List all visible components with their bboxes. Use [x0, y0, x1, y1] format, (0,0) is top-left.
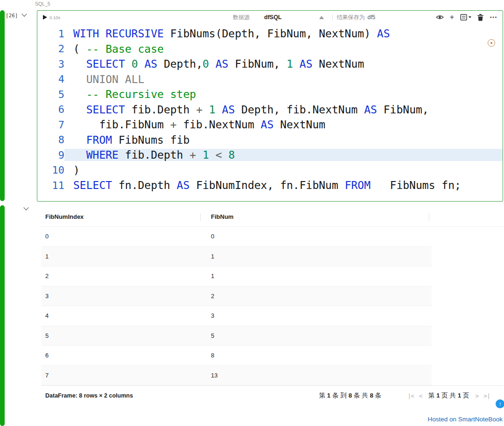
delete-cell-button[interactable] [477, 14, 483, 21]
code-line[interactable]: 10) [37, 163, 503, 178]
table-body: 00112132435568713 [41, 227, 503, 385]
cell-active-bar [0, 10, 5, 201]
ellipsis-icon: ⋯ [490, 14, 497, 21]
toolbar-divider [332, 14, 333, 21]
table-footer: DataFrame: 8 rows × 2 columns 第 1 条 到 8 … [41, 385, 503, 405]
table-row: 32 [41, 286, 432, 307]
code-line[interactable]: 1WITH RECURSIVE FibNums(Depth, FibNum, N… [37, 26, 503, 42]
line-number: 9 [37, 149, 64, 161]
table-header-row: FibNumIndex FibNum [41, 207, 503, 227]
line-number: 2 [37, 43, 64, 55]
table-row: 00 [41, 227, 432, 247]
table-row: 713 [41, 366, 432, 386]
collapse-cell-chevron-icon[interactable] [21, 11, 27, 16]
table-row: 43 [41, 306, 432, 326]
add-cell-button[interactable]: + [450, 14, 454, 21]
cell-fibnumindex: 2 [41, 272, 201, 279]
eye-icon [436, 14, 444, 20]
output-active-bar [0, 205, 5, 426]
code-line[interactable]: 8 FROM FibNums fib [37, 133, 503, 148]
dataframe-summary: DataFrame: 8 rows × 2 columns [45, 392, 133, 399]
first-page-button[interactable]: |< [407, 392, 414, 399]
dataset-icon [460, 14, 467, 21]
table-row: 68 [41, 346, 432, 366]
line-number: 3 [37, 58, 64, 70]
datasource-label: 数据源 [233, 14, 250, 21]
code-text: UNION ALL [64, 73, 503, 85]
toolbar-actions: + ⋯ [436, 14, 497, 21]
line-number: 10 [37, 164, 64, 176]
code-editor[interactable]: 1WITH RECURSIVE FibNums(Depth, FibNum, N… [37, 24, 503, 193]
engine-selector[interactable]: dfSQL [264, 14, 282, 21]
code-line[interactable]: 5 -- Recursive step [37, 87, 503, 102]
code-line[interactable]: 3 SELECT 0 AS Depth,0 AS FibNum, 1 AS Ne… [37, 56, 503, 72]
cell-fibnumindex: 7 [41, 372, 201, 379]
cell-tab-label: SQL_5 [35, 1, 50, 7]
hosted-on-link[interactable]: Hosted on SmartNoteBook [427, 416, 503, 423]
sql-cell: 0.10s 数据源 dfSQL 结果保存为 df5 + [37, 10, 503, 202]
code-text: WITH RECURSIVE FibNums(Depth, FibNum, Ne… [64, 28, 503, 40]
code-text: fib.FibNum + fib.NextNum AS NextNum [64, 119, 503, 131]
code-text: ( -- Base case [64, 43, 503, 55]
line-number: 11 [37, 180, 64, 191]
cell-fibnumindex: 0 [41, 233, 201, 240]
save-dataset-button[interactable] [460, 14, 471, 21]
chevron-down-icon [469, 16, 471, 18]
code-line[interactable]: 9 WHERE fib.Depth + 1 < 8 [37, 147, 503, 163]
cell-fibnumindex: 5 [41, 332, 201, 339]
page-info: 第 1 页 共 1 页 [428, 391, 469, 400]
cell-fibnumindex: 1 [41, 253, 201, 260]
code-lines: 1WITH RECURSIVE FibNums(Depth, FibNum, N… [37, 26, 503, 193]
presence-avatar-icon [488, 39, 495, 47]
cell-fibnumindex: 3 [41, 293, 201, 300]
code-line[interactable]: 6 SELECT fib.Depth + 1 AS Depth, fib.Nex… [37, 102, 503, 118]
toolbar-center-group: 数据源 dfSQL 结果保存为 df5 [233, 11, 375, 24]
cell-fibnumindex: 6 [41, 352, 201, 359]
column-header-fibnum: FibNum [201, 213, 429, 220]
collapse-editor-icon[interactable] [319, 16, 324, 19]
play-icon [43, 15, 47, 20]
cell-fibnum: 1 [201, 272, 214, 279]
code-line[interactable]: 4 UNION ALL [37, 72, 503, 87]
execution-count: [26] [6, 13, 18, 19]
cell-fibnum: 5 [201, 332, 214, 339]
collapse-output-chevron-icon[interactable] [23, 205, 28, 210]
code-text: WHERE fib.Depth + 1 < 8 [64, 149, 503, 161]
cell-fibnum: 1 [201, 253, 214, 260]
prev-page-button[interactable]: < [419, 392, 422, 399]
code-text: SELECT fn.Depth AS FibNumIndex, fn.FibNu… [64, 179, 503, 191]
result-table: FibNumIndex FibNum 00112132435568713 Dat… [41, 207, 503, 405]
arrow-up-icon: ↑ [499, 401, 502, 407]
next-page-button[interactable]: > [476, 392, 479, 399]
result-variable-name[interactable]: df5 [368, 14, 376, 21]
code-text: ) [64, 164, 503, 176]
line-number: 8 [37, 134, 64, 146]
line-number: 5 [37, 89, 64, 100]
cell-fibnum: 3 [201, 312, 214, 319]
code-text: SELECT 0 AS Depth,0 AS FibNum, 1 AS Next… [64, 58, 503, 70]
line-number: 1 [37, 28, 64, 40]
table-row: 21 [41, 266, 432, 286]
last-page-button[interactable]: >| [483, 392, 490, 399]
code-line[interactable]: 2( -- Base case [37, 42, 503, 57]
preview-button[interactable] [436, 14, 444, 20]
cell-fibnum: 2 [201, 293, 214, 300]
code-line[interactable]: 11SELECT fn.Depth AS FibNumIndex, fn.Fib… [37, 178, 503, 193]
pagination: |< < 第 1 页 共 1 页 > >| [407, 391, 490, 400]
run-duration: 0.10s [49, 15, 60, 20]
cell-fibnumindex: 4 [41, 312, 201, 319]
code-line[interactable]: 7 fib.FibNum + fib.NextNum AS NextNum [37, 117, 503, 133]
run-cell-button[interactable] [43, 15, 47, 20]
cell-fibnum: 8 [201, 352, 214, 359]
line-number: 4 [37, 73, 64, 85]
cell-toolbar: 0.10s 数据源 dfSQL 结果保存为 df5 + [37, 11, 503, 24]
save-result-label: 结果保存为 [337, 14, 365, 21]
table-row: 11 [41, 247, 432, 267]
table-row: 55 [41, 326, 432, 346]
more-actions-button[interactable]: ⋯ [490, 14, 497, 21]
cell-fibnum: 0 [201, 233, 214, 240]
plus-icon: + [450, 14, 454, 21]
column-header-fibnumindex: FibNumIndex [41, 213, 201, 220]
record-range-info: 第 1 条 到 8 条 共 8 条 [319, 391, 382, 400]
back-to-top-button[interactable]: ↑ [496, 399, 504, 408]
